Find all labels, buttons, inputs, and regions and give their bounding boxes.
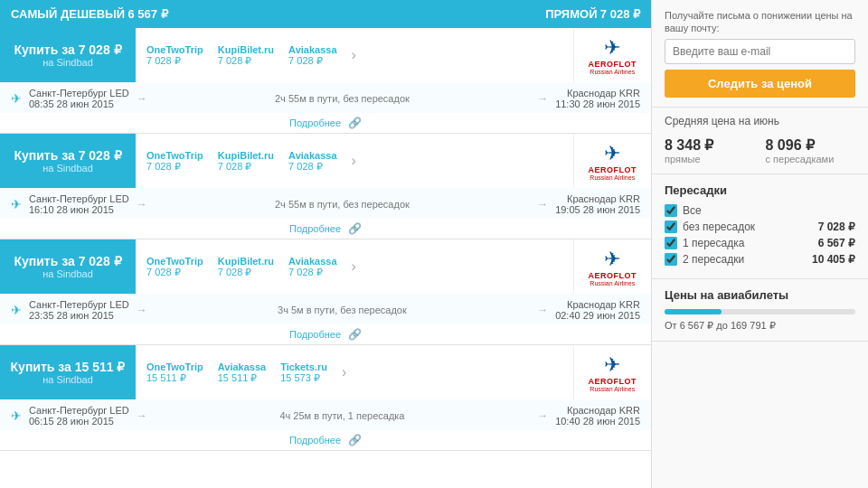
cheapest-label: САМЫЙ ДЕШЕВЫЙ: [11, 7, 125, 21]
buy-button-2[interactable]: Купить за 7 028 ₽ на Sindbad: [0, 239, 136, 294]
provider-item: Aviakassa 15 511 ₽: [218, 361, 266, 384]
route-duration: 2ч 55м в пути, без пересадок: [155, 93, 530, 104]
track-price-button[interactable]: Следить за ценой: [665, 70, 855, 98]
cheapest-header: САМЫЙ ДЕШЕВЫЙ 6 567 ₽: [11, 7, 168, 21]
route-arrow-icon: →: [137, 409, 147, 422]
from-time: 06:15 28 июн 2015: [29, 416, 129, 427]
flight-route-1: ✈ Санкт-Петербург LED 16:10 28 июн 2015 …: [0, 188, 651, 219]
aeroflot-name: AEROFLOT: [589, 165, 637, 174]
details-link-3[interactable]: Подробнее: [289, 435, 341, 446]
route-to: Краснодар KRR 02:40 29 июн 2015: [555, 299, 640, 321]
avg-direct: 8 348 ₽ прямые: [665, 136, 755, 164]
transfers-title: Пересадки: [665, 183, 855, 197]
buy-sub: на Sindbad: [42, 268, 93, 279]
transfer-label-0: Все: [683, 204, 702, 217]
card-top: Купить за 7 028 ₽ на Sindbad OneTwoTrip …: [0, 239, 651, 294]
arrow-icon: ›: [352, 258, 356, 275]
provider-price: 7 028 ₽: [288, 55, 336, 67]
buy-price: Купить за 15 511 ₽: [11, 360, 126, 374]
provider-price: 15 511 ₽: [146, 372, 203, 384]
aeroflot-name: AEROFLOT: [589, 60, 637, 69]
direct-header: ПРЯМОЙ 7 028 ₽: [545, 7, 640, 21]
provider-name: OneTwoTrip: [146, 150, 203, 161]
plane-icon: ✈: [11, 303, 22, 317]
flight-card-0: Купить за 7 028 ₽ на Sindbad OneTwoTrip …: [0, 28, 651, 134]
link-icon: 🔗: [348, 117, 362, 129]
buy-price: Купить за 7 028 ₽: [14, 254, 121, 268]
provider-name: Aviakassa: [288, 150, 336, 161]
buy-button-0[interactable]: Купить за 7 028 ₽ на Sindbad: [0, 28, 136, 82]
card-top: Купить за 15 511 ₽ на Sindbad OneTwoTrip…: [0, 345, 651, 399]
providers-2: OneTwoTrip 7 028 ₽ KupiBilet.ru 7 028 ₽ …: [136, 239, 574, 294]
route-arrow2-icon: →: [537, 92, 548, 105]
providers-3: OneTwoTrip 15 511 ₽ Aviakassa 15 511 ₽ T…: [136, 345, 574, 399]
transfer-checkbox-3[interactable]: [665, 253, 677, 266]
arrow-icon: ›: [342, 364, 346, 380]
main-content: САМЫЙ ДЕШЕВЫЙ 6 567 ₽ ПРЯМОЙ 7 028 ₽ Куп…: [0, 0, 651, 488]
provider-price: 15 573 ₽: [280, 372, 327, 384]
transfer-left-2: 1 пересадка: [665, 237, 744, 249]
flight-card-3: Купить за 15 511 ₽ на Sindbad OneTwoTrip…: [0, 345, 651, 451]
price-bar-fill: [665, 309, 722, 314]
route-to: Краснодар KRR 19:05 28 июн 2015: [555, 193, 640, 215]
transfer-left-3: 2 пересадки: [665, 253, 744, 266]
buy-button-3[interactable]: Купить за 15 511 ₽ на Sindbad: [0, 345, 136, 399]
plane-icon: ✈: [11, 197, 22, 211]
provider-item: Tickets.ru 15 573 ₽: [280, 361, 327, 384]
avg-prices: 8 348 ₽ прямые 8 096 ₽ с пересадками: [652, 127, 868, 174]
email-label: Получайте письма о понижении цены на ваш…: [665, 9, 855, 35]
route-duration: 4ч 25м в пути, 1 пересадка: [155, 410, 530, 421]
provider-item: OneTwoTrip 7 028 ₽: [146, 44, 203, 67]
from-city: Санкт-Петербург LED: [29, 299, 129, 310]
transfer-item-3: 2 пересадки 10 405 ₽: [665, 253, 855, 266]
details-link-1[interactable]: Подробнее: [289, 223, 341, 234]
provider-price: 15 511 ₽: [218, 372, 266, 384]
provider-name: KupiBilet.ru: [218, 44, 274, 55]
prices-section: Цены на авиабилеты От 6 567 ₽ до 169 791…: [652, 279, 868, 342]
provider-item: OneTwoTrip 15 511 ₽: [146, 361, 203, 384]
details-link-2[interactable]: Подробнее: [289, 329, 341, 340]
route-duration: 2ч 55м в пути, без пересадок: [155, 199, 530, 210]
avg-transfer-price: 8 096 ₽: [766, 136, 856, 154]
buy-price: Купить за 7 028 ₽: [14, 42, 121, 57]
provider-name: KupiBilet.ru: [218, 256, 274, 267]
header-bar: САМЫЙ ДЕШЕВЫЙ 6 567 ₽ ПРЯМОЙ 7 028 ₽: [0, 0, 651, 28]
flight-route-2: ✈ Санкт-Петербург LED 23:35 28 июн 2015 …: [0, 294, 651, 324]
arrow-icon: ›: [352, 153, 356, 169]
provider-item: Aviakassa 7 028 ₽: [288, 150, 336, 173]
provider-price: 7 028 ₽: [288, 267, 336, 278]
transfer-checkbox-0[interactable]: [665, 204, 677, 217]
route-arrow-icon: →: [137, 92, 147, 105]
from-city: Санкт-Петербург LED: [29, 405, 129, 416]
aeroflot-wing-icon: ✈: [604, 142, 620, 165]
details-link-0[interactable]: Подробнее: [289, 117, 341, 128]
to-time: 19:05 28 июн 2015: [555, 204, 640, 215]
transfer-item-0: Все: [665, 204, 855, 217]
route-from: Санкт-Петербург LED 08:35 28 июн 2015: [29, 88, 129, 109]
aeroflot-name: AEROFLOT: [589, 271, 637, 280]
transfer-price-3: 10 405 ₽: [812, 253, 855, 266]
to-city: Краснодар KRR: [555, 193, 640, 204]
provider-item: Aviakassa 7 028 ₽: [288, 256, 336, 278]
provider-price: 7 028 ₽: [146, 55, 203, 67]
route-arrow-icon: →: [137, 198, 147, 211]
transfer-checkbox-2[interactable]: [665, 237, 677, 249]
airline-logo: ✈ AEROFLOT Russian Airlines: [574, 239, 652, 294]
card-top: Купить за 7 028 ₽ на Sindbad OneTwoTrip …: [0, 134, 651, 188]
flight-route-3: ✈ Санкт-Петербург LED 06:15 28 июн 2015 …: [0, 399, 651, 430]
provider-name: Aviakassa: [218, 361, 266, 372]
provider-item: KupiBilet.ru 7 028 ₽: [218, 150, 274, 173]
aeroflot-wing-icon: ✈: [604, 353, 620, 377]
transfer-label-2: 1 пересадка: [683, 237, 744, 249]
email-input[interactable]: [665, 39, 855, 64]
transfer-checkbox-1[interactable]: [665, 221, 677, 233]
details-row-1: Подробнее 🔗: [0, 219, 651, 239]
provider-name: Aviakassa: [288, 44, 336, 55]
providers-1: OneTwoTrip 7 028 ₽ KupiBilet.ru 7 028 ₽ …: [136, 134, 574, 188]
sidebar: Получайте письма о понижении цены на ваш…: [651, 0, 868, 488]
transfer-left-1: без пересадок: [665, 221, 755, 233]
provider-price: 7 028 ₽: [288, 161, 336, 173]
route-arrow-icon: →: [137, 304, 147, 316]
route-to: Краснодар KRR 10:40 28 июн 2015: [555, 405, 640, 427]
buy-button-1[interactable]: Купить за 7 028 ₽ на Sindbad: [0, 134, 136, 188]
